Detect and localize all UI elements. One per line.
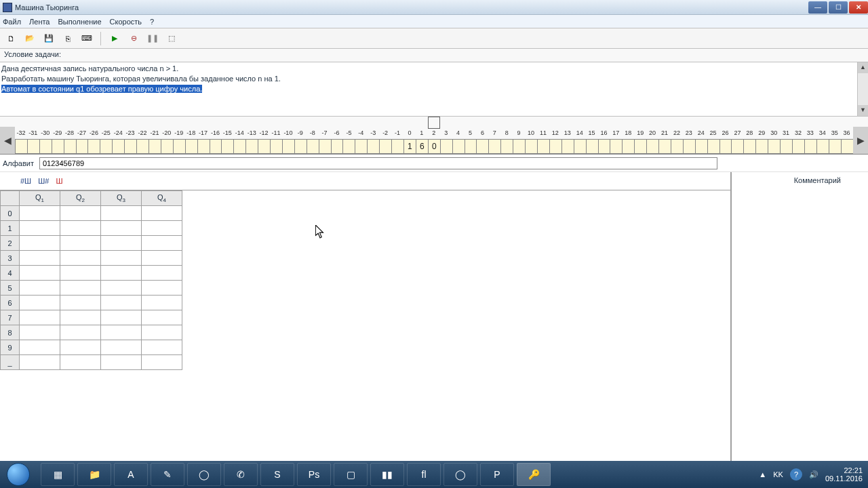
taskbar-app[interactable]: ◯ (443, 463, 477, 486)
symbol-row-header[interactable]: _ (1, 355, 20, 370)
tape-cell[interactable] (294, 139, 307, 154)
start-button[interactable] (0, 461, 37, 488)
state-cell[interactable] (101, 236, 142, 251)
tape-cell[interactable] (841, 139, 854, 154)
tape-cell[interactable] (52, 139, 64, 154)
state-cell[interactable] (101, 281, 142, 296)
state-cell[interactable] (20, 206, 60, 221)
state-cell[interactable] (20, 296, 60, 310)
tape-cell[interactable] (743, 139, 755, 154)
state-cell[interactable] (20, 340, 60, 355)
state-cell[interactable] (60, 221, 101, 236)
tape-cell[interactable] (476, 139, 488, 154)
taskbar-app[interactable]: fl (407, 463, 441, 486)
state-cell[interactable] (20, 355, 60, 370)
tape-cell[interactable] (39, 139, 52, 154)
state-col-header[interactable]: Q3 (101, 191, 142, 206)
state-cell[interactable] (101, 206, 142, 221)
tape-cell[interactable] (15, 139, 27, 154)
tape-cell[interactable] (161, 139, 173, 154)
state-cell[interactable] (101, 221, 142, 236)
tape-cell[interactable] (112, 139, 124, 154)
symbol-row-header[interactable]: 6 (1, 296, 20, 310)
taskbar-app[interactable]: 🔑 (517, 463, 551, 486)
state-cell[interactable] (101, 296, 142, 310)
tape-cell[interactable] (719, 139, 732, 154)
tape-cell[interactable] (282, 139, 294, 154)
state-cell[interactable] (20, 325, 60, 340)
tape-cell[interactable] (100, 139, 112, 154)
close-button[interactable]: ✕ (849, 1, 868, 14)
tray-lang[interactable]: KK (773, 470, 783, 479)
state-cell[interactable] (20, 310, 60, 325)
symbol-row-header[interactable]: 1 (1, 221, 20, 236)
tape-left-button[interactable]: ◀ (0, 127, 15, 154)
state-table[interactable]: Q1Q2Q3Q40123456789_ (0, 190, 182, 370)
tape-cell[interactable] (683, 139, 695, 154)
tape-cell[interactable] (513, 139, 525, 154)
tape-cell[interactable] (379, 139, 391, 154)
tape-cell[interactable] (780, 139, 792, 154)
symbol-row-header[interactable]: 7 (1, 310, 20, 325)
symbol-row-header[interactable]: 0 (1, 206, 20, 221)
state-cell[interactable] (142, 340, 182, 355)
tape-cells[interactable]: 160 (15, 139, 853, 154)
tape-cell[interactable] (610, 139, 622, 154)
tape-cell[interactable] (124, 139, 136, 154)
state-cell[interactable] (142, 355, 182, 370)
state-cell[interactable] (20, 221, 60, 236)
symbol-row-header[interactable]: 8 (1, 325, 20, 340)
tool5-icon[interactable]: ⌨ (80, 32, 94, 45)
tape-cell[interactable] (731, 139, 743, 154)
state-cell[interactable] (60, 281, 101, 296)
tape-cell[interactable] (173, 139, 185, 154)
tape-cell[interactable]: 0 (428, 139, 440, 154)
state-cell[interactable] (142, 251, 182, 266)
maximize-button[interactable]: ☐ (829, 1, 848, 14)
save-icon[interactable]: 💾 (42, 32, 56, 45)
tape-cell[interactable] (221, 139, 233, 154)
tape-cell[interactable] (695, 139, 707, 154)
tape-cell[interactable] (622, 139, 634, 154)
state-cell[interactable] (142, 325, 182, 340)
state-cell[interactable] (60, 296, 101, 310)
state-cell[interactable] (142, 266, 182, 281)
taskbar-app[interactable]: ▮▮ (370, 463, 404, 486)
minimize-button[interactable]: — (808, 1, 827, 14)
tape-cell[interactable] (646, 139, 658, 154)
condition-text[interactable]: Дана десятичная запись натурального числ… (0, 62, 868, 117)
tape-cell[interactable] (755, 139, 768, 154)
tape-cell[interactable] (307, 139, 319, 154)
tape-cell[interactable] (537, 139, 549, 154)
state-cell[interactable] (60, 266, 101, 281)
add-col-after-icon[interactable]: Ш# (38, 177, 49, 185)
state-cell[interactable] (142, 221, 182, 236)
tape-cell[interactable] (671, 139, 683, 154)
scrollbar-v[interactable]: ▲▼ (857, 62, 868, 116)
taskbar-app[interactable]: ▦ (41, 463, 75, 486)
menu-help[interactable]: ? (150, 18, 154, 26)
state-cell[interactable] (101, 310, 142, 325)
state-cell[interactable] (60, 251, 101, 266)
tape-cell[interactable] (27, 139, 39, 154)
tape-cell[interactable]: 6 (416, 139, 428, 154)
tape-cell[interactable] (440, 139, 452, 154)
tape-cell[interactable] (598, 139, 610, 154)
tape-head[interactable] (428, 117, 440, 129)
state-cell[interactable] (142, 281, 182, 296)
delete-col-icon[interactable]: Ш (56, 177, 62, 185)
menu-run[interactable]: Выполнение (58, 18, 102, 26)
state-cell[interactable] (20, 236, 60, 251)
tape-cell[interactable] (136, 139, 149, 154)
tool4-icon[interactable]: ⎘ (61, 32, 75, 45)
state-cell[interactable] (20, 281, 60, 296)
state-cell[interactable] (101, 251, 142, 266)
tape-cell[interactable] (707, 139, 719, 154)
state-cell[interactable] (60, 340, 101, 355)
tape-cell[interactable] (319, 139, 331, 154)
tape-cell[interactable] (804, 139, 816, 154)
tape-cell[interactable] (233, 139, 245, 154)
tape-cell[interactable] (185, 139, 197, 154)
tape-right-button[interactable]: ▶ (853, 127, 868, 154)
tape-cell[interactable] (245, 139, 258, 154)
